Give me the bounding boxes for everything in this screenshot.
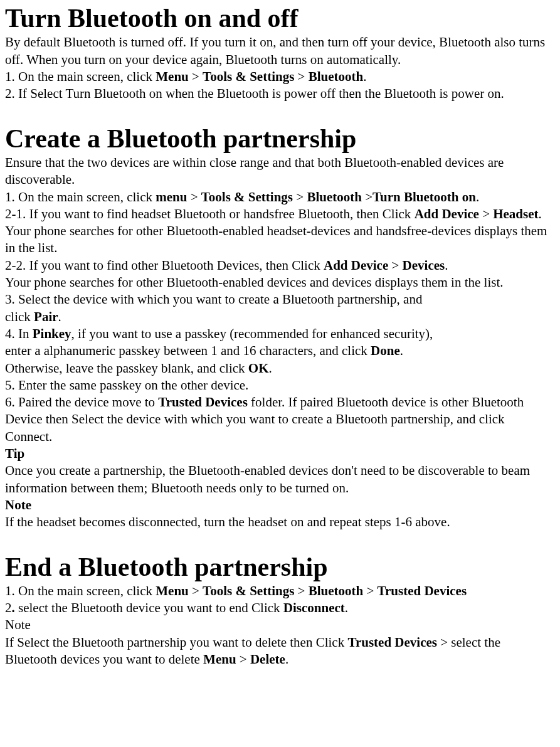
delete-bold: Delete (250, 652, 285, 667)
add-device-bold: Add Device (324, 258, 388, 273)
step-4-suffix: , if you want to use a passkey (recommen… (71, 326, 433, 341)
step-4d-text: Otherwise, leave the passkey blank, and … (5, 361, 248, 376)
step-2-2: 2-2. If you want to find other Bluetooth… (5, 257, 555, 274)
step-3a: 3. Select the device with which you want… (5, 291, 555, 308)
step-2: 2. select the Bluetooth device you want … (5, 600, 555, 617)
bluetooth-bold: Bluetooth (309, 583, 364, 598)
step-3b: click Pair. (5, 309, 555, 326)
gt: > (362, 189, 372, 204)
gt: > (189, 583, 203, 598)
step-2: 2. If Select Turn Bluetooth on when the … (5, 85, 555, 102)
ok-bold: OK (248, 361, 269, 376)
gt: > (363, 583, 377, 598)
click-text: click (5, 309, 34, 324)
note-a: If Select the Bluetooth partnership you … (5, 635, 347, 650)
intro-text: By default Bluetooth is turned off. If y… (5, 34, 555, 68)
tools-bold: Tools & Settings (201, 189, 293, 204)
menu-bold: Menu (156, 69, 189, 84)
step-4d: Otherwise, leave the passkey blank, and … (5, 360, 555, 377)
section-create-partnership: Create a Bluetooth partnership Ensure th… (5, 123, 555, 531)
period: . (400, 343, 403, 358)
period: . (285, 652, 288, 667)
period: . (363, 69, 366, 84)
devices-bold: Devices (403, 258, 445, 273)
gt: > (293, 189, 307, 204)
period: . (476, 189, 479, 204)
done-bold: Done (371, 343, 400, 358)
gt: > (294, 583, 308, 598)
step-5: 5. Enter the same passkey on the other d… (5, 377, 555, 394)
heading-turn-bluetooth: Turn Bluetooth on and off (5, 3, 555, 34)
tip-text: Once you create a partnership, the Bluet… (5, 462, 555, 497)
menu-bold: Menu (203, 652, 236, 667)
step-4a: 4. In Pinkey, if you want to use a passk… (5, 326, 555, 342)
add-device-bold: Add Device (415, 206, 479, 221)
tools-bold: Tools & Settings (203, 69, 294, 84)
section-turn-bluetooth: Turn Bluetooth on and off By default Blu… (5, 3, 555, 103)
step-1-prefix: 1. On the main screen, click (5, 583, 156, 598)
menu-bold: Menu (156, 583, 189, 598)
gt: > (479, 206, 493, 221)
note-label: Note (5, 617, 555, 633)
bluetooth-bold: Bluetooth (307, 189, 362, 204)
note-label: Note (5, 497, 555, 514)
tip-label: Tip (5, 445, 555, 462)
trusted-bold: Trusted Devices (347, 635, 437, 650)
step-2-text: select the Bluetooth device you want to … (15, 600, 283, 615)
gt: > (189, 69, 203, 84)
period: . (345, 600, 348, 615)
step-4-prefix: 4. In (5, 326, 33, 341)
step-1: 1. On the main screen, click Menu > Tool… (5, 583, 555, 600)
period: . (445, 258, 448, 273)
step-1: 1. On the main screen, click menu > Tool… (5, 189, 555, 206)
trusted-bold: Trusted Devices (158, 395, 248, 410)
tip-bold: Tip (5, 446, 24, 461)
step-6: 6. Paired the device move to Trusted Dev… (5, 394, 555, 445)
gt: > (236, 652, 250, 667)
heading-create-partnership: Create a Bluetooth partnership (5, 123, 555, 154)
disconnect-bold: Disconnect (283, 600, 345, 615)
menu-bold: menu (156, 189, 187, 204)
pinkey-bold: Pinkey (33, 326, 71, 341)
pair-bold: Pair (34, 309, 58, 324)
step-2-num: 2 (5, 600, 12, 615)
turn-on-bold: Turn Bluetooth on (372, 189, 476, 204)
section-end-partnership: End a Bluetooth partnership 1. On the ma… (5, 551, 555, 669)
step-1-prefix: 1. On the main screen, click (5, 69, 156, 84)
step-1-prefix: 1. On the main screen, click (5, 189, 156, 204)
intro-text: Ensure that the two devices are within c… (5, 154, 555, 189)
note-bold: Note (5, 497, 31, 512)
step-2-1: 2-1. If you want to find headset Bluetoo… (5, 206, 555, 257)
step-1: 1. On the main screen, click Menu > Tool… (5, 68, 555, 85)
headset-bold: Headset (493, 206, 538, 221)
step-6a: 6. Paired the device move to (5, 395, 158, 410)
bluetooth-bold: Bluetooth (309, 69, 364, 84)
step-4c-text: enter a alphanumeric passkey between 1 a… (5, 343, 371, 358)
gt: > (388, 258, 402, 273)
period: . (58, 309, 61, 324)
tools-bold: Tools & Settings (203, 583, 294, 598)
step-2-2-a: 2-2. If you want to find other Bluetooth… (5, 258, 324, 273)
note-text: If the headset becomes disconnected, tur… (5, 514, 555, 531)
gt: > (294, 69, 308, 84)
note-text: If Select the Bluetooth partnership you … (5, 634, 555, 669)
step-2-1-a: 2-1. If you want to find headset Bluetoo… (5, 206, 415, 221)
step-4c: enter a alphanumeric passkey between 1 a… (5, 342, 555, 359)
gt: > (187, 189, 201, 204)
period: . (268, 361, 272, 376)
trusted-bold: Trusted Devices (378, 583, 467, 598)
step-2-2-b: Your phone searches for other Bluetooth-… (5, 274, 555, 291)
heading-end-partnership: End a Bluetooth partnership (5, 551, 555, 583)
